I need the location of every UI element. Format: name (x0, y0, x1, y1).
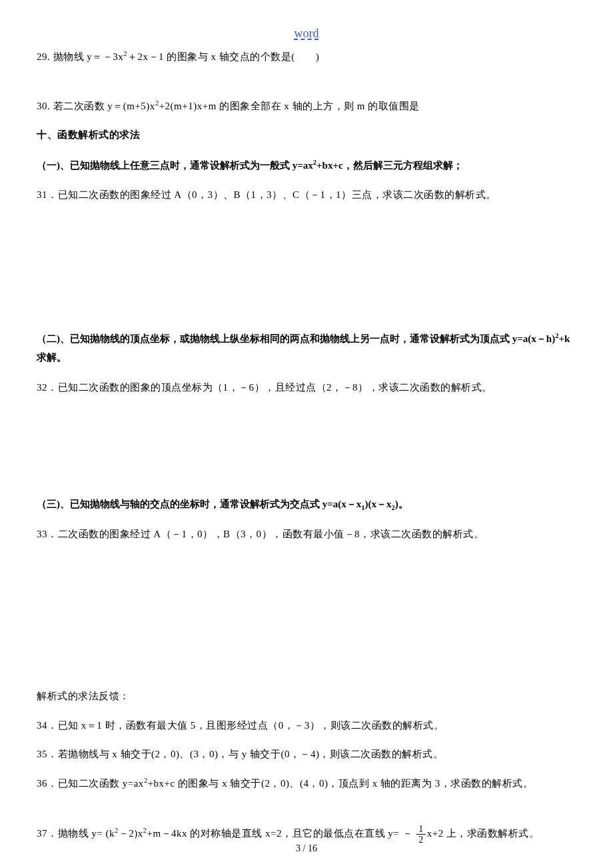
q32-text: 已知二次函数的图象的顶点坐标为（1，－6），且经过点（2，－8），求该二次函数的… (58, 382, 492, 393)
subsection-1-heading: （一)、已知抛物线上任意三点时，通常设解析式为一般式 y=ax2+bx+c，然后… (37, 156, 576, 175)
q36-text-a: 已知二次函数 y=ax (58, 778, 144, 789)
q34-num: 34． (37, 720, 58, 731)
sub1-text-a: （一)、已知抛物线上任意三点时，通常设解析式为一般式 y=ax (37, 160, 313, 171)
q37-text-d: x+2 上，求函数解析式。 (427, 828, 540, 839)
subsection-2-heading: （二)、已知抛物线的顶点坐标，或抛物线上纵坐标相同的两点和抛物线上另一点时，通常… (37, 329, 576, 367)
question-29: 29. 抛物线 y＝－3x2＋2x－1 的图象与 x 轴交点的个数是( ) (37, 49, 576, 66)
question-32: 32．已知二次函数的图象的顶点坐标为（1，－6），且经过点（2，－8），求该二次… (37, 379, 576, 397)
q29-text-a: 抛物线 y＝－3x (53, 51, 124, 62)
question-33: 33．二次函数的图象经过 A（－1，0），B（3，0），函数有最小值－8，求该二… (37, 526, 576, 543)
q36-num: 36． (37, 778, 58, 789)
q30-text-a: 若二次函数 y＝(m+5)x (53, 101, 155, 111)
fraction-numerator: 1 (416, 824, 426, 835)
sub3-text-a: （三)、已知抛物线与轴的交点的坐标时，通常设解析式为交点式 y=a(x－x (37, 499, 361, 509)
question-36: 36．已知二次函数 y=ax2+bx+c 的图象与 x 轴交于(2，0)、(4，… (37, 775, 576, 793)
sub3-text-b: )(x－x (365, 499, 392, 509)
q37-num: 37． (37, 828, 58, 839)
q29-text-b: ＋2x－1 的图象与 x 轴交点的个数是( ) (127, 51, 319, 62)
q29-num: 29. (37, 51, 50, 62)
q33-num: 33． (37, 529, 58, 539)
question-30: 30. 若二次函数 y＝(m+5)x2+2(m+1)x+m 的图象全部在 x 轴… (37, 98, 576, 115)
q36-text-b: +bx+c 的图象与 x 轴交于(2，0)、(4，0)，顶点到 x 轴的距离为 … (148, 778, 534, 789)
question-35: 35．若抛物线与 x 轴交于(2，0)、(3，0)，与 y 轴交于(0，－4)，… (37, 746, 576, 763)
q31-text: 已知二次函数的图象经过 A（0，3）、B（1，3）、C（－1，1）三点，求该二次… (58, 189, 496, 200)
question-37: 37．抛物线 y= (k2－2)x2+m－4kx 的对称轴是直线 x=2，且它的… (37, 824, 576, 845)
q33-text: 二次函数的图象经过 A（－1，0），B（3，0），函数有最小值－8，求该二次函数… (58, 529, 484, 539)
q35-num: 35． (37, 749, 58, 759)
fraction: 1 2 (416, 824, 426, 845)
q35-text: 若抛物线与 x 轴交于(2，0)、(3，0)，与 y 轴交于(0，－4)，则该二… (58, 749, 444, 759)
subsection-3-heading: （三)、已知抛物线与轴的交点的坐标时，通常设解析式为交点式 y=a(x－x1)(… (37, 495, 576, 514)
q32-num: 32． (37, 382, 58, 393)
feedback-heading: 解析式的求法反馈： (37, 688, 576, 705)
q37-text-a: 抛物线 y= (k (58, 828, 115, 839)
sub2-text-a: （二)、已知抛物线的顶点坐标，或抛物线上纵坐标相同的两点和抛物线上另一点时，通常… (37, 333, 555, 344)
sub1-text-b: +bx+c，然后解三元方程组求解； (316, 160, 463, 171)
header-word-title: word (37, 27, 576, 41)
q34-text: 已知 x＝1 时，函数有最大值 5，且图形经过点（0，－3），则该二次函数的解析… (58, 720, 444, 731)
question-31: 31．已知二次函数的图象经过 A（0，3）、B（1，3）、C（－1，1）三点，求… (37, 187, 576, 204)
q30-num: 30. (37, 101, 50, 111)
section-10-heading: 十、函数解析式的求法 (37, 127, 576, 144)
q37-text-c: +m－4kx 的对称轴是直线 x=2，且它的最低点在直线 y= － (147, 828, 412, 839)
q37-text-b: －2)x (119, 828, 143, 839)
q30-text-b: +2(m+1)x+m 的图象全部在 x 轴的上方，则 m 的取值围是 (159, 101, 420, 111)
question-34: 34．已知 x＝1 时，函数有最大值 5，且图形经过点（0，－3），则该二次函数… (37, 717, 576, 735)
page-number: 3 / 16 (0, 843, 613, 854)
sub3-text-c: )。 (395, 499, 408, 509)
q31-num: 31． (37, 189, 58, 200)
